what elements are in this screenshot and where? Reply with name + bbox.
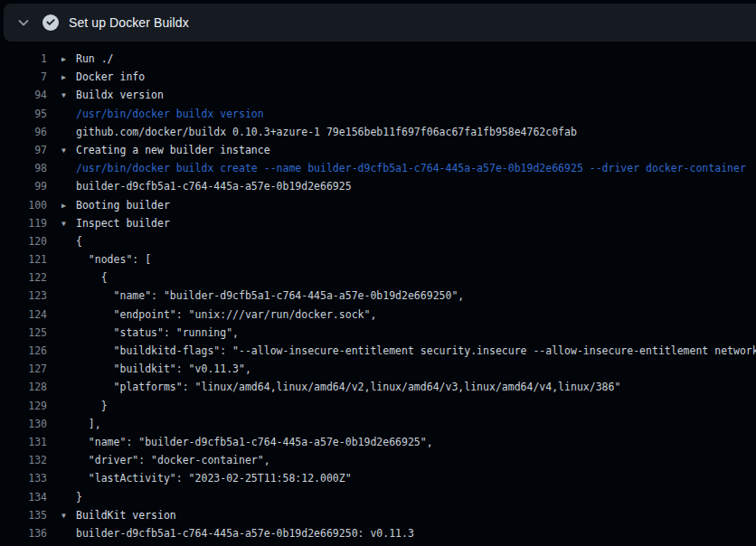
log-row: 94▼Buildx version [0, 86, 756, 104]
group-title: BuildKit version [76, 509, 176, 522]
log-group-toggle[interactable]: ▼BuildKit version [47, 506, 756, 524]
output-text: } [76, 400, 108, 412]
line-number[interactable]: 98 [0, 159, 47, 177]
log-line-body: "nodes": [ [47, 250, 756, 268]
output-text: "platforms": "linux/amd64,linux/amd64/v2… [76, 381, 620, 393]
log-line-body: /usr/bin/docker buildx create --name bui… [47, 159, 756, 177]
log-row: 1▶Run ./ [0, 50, 756, 68]
line-number[interactable]: 128 [0, 378, 47, 396]
log-row: 123 "name": "builder-d9cfb5a1-c764-445a-… [0, 287, 756, 305]
output-text: "buildkit": "v0.11.3", [76, 362, 251, 375]
log-row: 99builder-d9cfb5a1-c764-445a-a57e-0b19d2… [0, 177, 756, 195]
line-number[interactable]: 94 [0, 86, 47, 104]
line-number[interactable]: 122 [0, 268, 47, 287]
step-header[interactable]: Set up Docker Buildx [4, 4, 756, 42]
log-row: 133 "lastActivity": "2023-02-25T11:58:12… [0, 469, 756, 487]
log-line-body: { [47, 268, 756, 287]
log-group-toggle[interactable]: ▼Creating a new builder instance [47, 141, 756, 159]
line-number[interactable]: 125 [0, 324, 47, 342]
log-row: 97▼Creating a new builder instance [0, 141, 756, 159]
line-number[interactable]: 129 [0, 397, 47, 415]
log-row: 126 "buildkitd-flags": "--allow-insecure… [0, 342, 756, 360]
line-number[interactable]: 96 [0, 123, 47, 141]
log-line-body: "endpoint": "unix:///var/run/docker.sock… [47, 306, 756, 324]
log-group-toggle[interactable]: ▶Run ./ [47, 50, 756, 68]
line-number[interactable]: 132 [0, 451, 47, 469]
output-text: ], [76, 418, 101, 430]
log-row: 130 ], [0, 415, 756, 433]
log-group-toggle[interactable]: ▶Booting builder [47, 196, 756, 214]
line-number[interactable]: 119 [0, 214, 47, 232]
output-text: } [76, 491, 82, 504]
log-row: 132 "driver": "docker-container", [0, 451, 756, 469]
log-row: 134} [0, 488, 756, 506]
line-number[interactable]: 136 [0, 524, 47, 542]
log-line-body: "status": "running", [47, 324, 756, 342]
log-lines: 1▶Run ./7▶Docker info94▼Buildx version95… [0, 42, 756, 542]
log-line-body: "name": "builder-d9cfb5a1-c764-445a-a57e… [47, 433, 756, 451]
log-group-toggle[interactable]: ▼Inspect builder [47, 214, 756, 232]
log-row: 125 "status": "running", [0, 324, 756, 342]
log-row: 7▶Docker info [0, 68, 756, 86]
log-row: 96github.com/docker/buildx 0.10.3+azure-… [0, 123, 756, 141]
line-number[interactable]: 127 [0, 360, 47, 378]
log-line-body: "lastActivity": "2023-02-25T11:58:12.000… [47, 469, 756, 487]
line-number[interactable]: 120 [0, 232, 47, 250]
log-row: 120{ [0, 232, 756, 250]
log-line-body: github.com/docker/buildx 0.10.3+azure-1 … [47, 123, 756, 141]
line-number[interactable]: 99 [0, 177, 47, 195]
line-number[interactable]: 133 [0, 469, 47, 487]
output-text: "buildkitd-flags": "--allow-insecure-ent… [76, 344, 756, 357]
line-number[interactable]: 124 [0, 306, 47, 324]
step-title: Set up Docker Buildx [69, 15, 189, 30]
log-row: 121 "nodes": [ [0, 250, 756, 268]
log-row: 122 { [0, 268, 756, 287]
log-row: 119▼Inspect builder [0, 214, 756, 232]
check-circle-icon [43, 14, 59, 31]
line-number[interactable]: 97 [0, 141, 47, 159]
line-number[interactable]: 135 [0, 506, 47, 524]
group-title: Booting builder [76, 199, 170, 212]
line-number[interactable]: 121 [0, 250, 47, 268]
log-line-body: } [47, 488, 756, 506]
line-number[interactable]: 131 [0, 433, 47, 451]
log-line-body: } [47, 397, 756, 415]
output-text: { [76, 235, 82, 248]
log-line-body: "buildkit": "v0.11.3", [47, 360, 756, 378]
log-row: 127 "buildkit": "v0.11.3", [0, 360, 756, 378]
log-group-toggle[interactable]: ▼Buildx version [47, 86, 756, 104]
line-number[interactable]: 7 [0, 68, 47, 86]
log-row: 100▶Booting builder [0, 196, 756, 214]
chevron-down-icon[interactable] [16, 15, 31, 30]
log-line-body: "name": "builder-d9cfb5a1-c764-445a-a57e… [47, 287, 756, 305]
output-text: "lastActivity": "2023-02-25T11:58:12.000… [76, 472, 352, 485]
log-line-body: builder-d9cfb5a1-c764-445a-a57e-0b19d2e6… [47, 524, 756, 542]
log-line-body: "buildkitd-flags": "--allow-insecure-ent… [47, 342, 756, 360]
triangle-down-icon: ▼ [61, 87, 76, 104]
log-line-body: builder-d9cfb5a1-c764-445a-a57e-0b19d2e6… [47, 177, 756, 195]
output-text: builder-d9cfb5a1-c764-445a-a57e-0b19d2e6… [76, 180, 352, 193]
output-text: { [76, 271, 108, 284]
group-title: Buildx version [76, 89, 164, 101]
line-number[interactable]: 95 [0, 105, 47, 123]
log-group-toggle[interactable]: ▶Docker info [47, 68, 756, 86]
line-number[interactable]: 100 [0, 196, 47, 214]
output-text: "nodes": [ [76, 253, 151, 266]
log-line-body: { [47, 232, 756, 250]
triangle-down-icon: ▼ [61, 215, 76, 232]
log-row: 98/usr/bin/docker buildx create --name b… [0, 159, 756, 177]
triangle-right-icon: ▶ [61, 197, 76, 214]
log-line-body: ], [47, 415, 756, 433]
line-number[interactable]: 126 [0, 342, 47, 360]
log-line-body: "driver": "docker-container", [47, 451, 756, 469]
output-text: builder-d9cfb5a1-c764-445a-a57e-0b19d2e6… [76, 527, 414, 540]
output-text: "endpoint": "unix:///var/run/docker.sock… [76, 308, 376, 321]
triangle-down-icon: ▼ [61, 507, 76, 524]
line-number[interactable]: 123 [0, 287, 47, 305]
line-number[interactable]: 1 [0, 50, 47, 68]
group-title: Docker info [76, 71, 145, 83]
output-text: "driver": "docker-container", [76, 454, 270, 466]
line-number[interactable]: 134 [0, 488, 47, 506]
line-number[interactable]: 130 [0, 415, 47, 433]
group-title: Run ./ [76, 52, 114, 65]
